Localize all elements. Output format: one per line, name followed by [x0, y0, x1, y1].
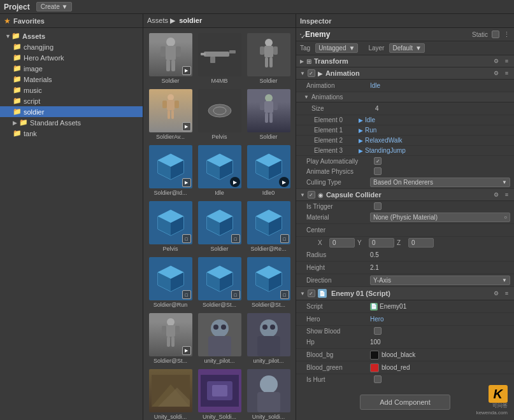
svg-rect-3 [176, 46, 181, 57]
tree-item-materials[interactable]: 📁 Materials [0, 74, 143, 85]
asset-soldierav[interactable]: ▶ SoldierAv... [146, 87, 195, 143]
y-label: Y [357, 239, 366, 246]
tree-item-changjing[interactable]: 📁 changjing [0, 41, 143, 52]
asset-soldier-mesh[interactable]: Soldier [244, 87, 293, 143]
asset-soldierSt3[interactable]: ▶ Soldier@St... [146, 311, 195, 367]
asset-thumb [149, 369, 192, 412]
svg-rect-7 [229, 50, 236, 53]
tree-item-image[interactable]: 📁 image [0, 63, 143, 74]
create-button[interactable]: Create ▼ [36, 2, 73, 11]
more-icon[interactable]: ≡ [503, 191, 510, 199]
layer-dropdown[interactable]: Default ▼ [389, 43, 425, 53]
asset-label: Soldier [259, 78, 277, 84]
add-component-button[interactable]: Add Component [360, 395, 450, 410]
direction-dropdown[interactable]: Y-Axis ▼ [370, 276, 510, 285]
tree-item-script[interactable]: 📁 script [0, 95, 143, 106]
asset-thumb [247, 89, 290, 132]
play-badge: ▶ [230, 177, 240, 187]
is-hurt-checkbox[interactable] [374, 375, 382, 383]
collapse-icon: ▼ [304, 94, 309, 100]
menu-icon[interactable]: ⋮ [503, 31, 510, 39]
svg-rect-78 [257, 336, 280, 356]
asset-soldier3[interactable]: □ Soldier [195, 199, 244, 255]
capsule-enable-checkbox[interactable]: ✓ [308, 191, 315, 199]
svg-rect-27 [273, 102, 278, 110]
asset-unity-pilot1[interactable]: unity_pilot... [195, 311, 244, 367]
show-blood-checkbox[interactable] [374, 327, 382, 335]
tree-item-hero[interactable]: 📁 Hero Artwork [0, 52, 143, 63]
is-trigger-checkbox[interactable] [374, 202, 382, 210]
asset-soldierSt2[interactable]: □ Soldier@St... [244, 255, 293, 311]
object-name: Enemy [305, 30, 468, 39]
asset-label: Soldier [259, 134, 277, 140]
asset-unity-soldi1[interactable]: Unity_soldi... [146, 367, 195, 420]
animate-physics-checkbox[interactable] [374, 167, 382, 175]
svg-rect-4 [166, 60, 170, 71]
tag-dropdown[interactable]: Untagged ▼ [315, 43, 358, 53]
element2-label: Element 2 [314, 137, 359, 144]
settings-icon[interactable]: ⚙ [492, 57, 501, 65]
transform-section-header[interactable]: ▶ ⊞ Transform ⚙ ≡ [296, 55, 514, 67]
asset-pelvis2[interactable]: □ Pelvis [146, 199, 195, 255]
more-icon[interactable]: ≡ [503, 57, 510, 65]
asset-unity-soldi3[interactable]: Unity_soldi... [244, 367, 293, 420]
inspector-body[interactable]: Enemy Static ⋮ Tag Untagged ▼ Layer Defa… [296, 28, 514, 420]
asset-thumb: □ [198, 201, 241, 244]
animations-subsection[interactable]: ▼ Animations [296, 92, 514, 102]
z-input[interactable] [408, 238, 434, 248]
watermark: K 可问答kewenda.com [476, 385, 508, 416]
active-checkbox[interactable] [300, 34, 301, 35]
material-dropdown[interactable]: None (Physic Material) ○ [370, 213, 510, 222]
tree-item-standard[interactable]: ▶ 📁 Standard Assets [0, 117, 143, 128]
folder-icon: 📁 [13, 108, 22, 116]
more-icon[interactable]: ≡ [503, 290, 510, 297]
capsule-section-header[interactable]: ▼ ✓ ◉ Capsule Collider ⚙ ≡ [296, 189, 514, 201]
settings-icon[interactable]: ⚙ [492, 290, 501, 297]
asset-unity-pilot2[interactable]: unity_pilot... [244, 311, 293, 367]
asset-soldierid[interactable]: ▶ Soldier@Id... [146, 143, 195, 199]
asset-idle0[interactable]: ▶ Idle0 [244, 143, 293, 199]
asset-soldierSt1[interactable]: □ Soldier@St... [195, 255, 244, 311]
culling-dropdown[interactable]: Based On Renderers ▼ [370, 178, 510, 187]
asset-label: unity_pilot... [204, 358, 234, 364]
asset-soldierRe[interactable]: □ Soldier@Re... [244, 199, 293, 255]
asset-soldierRun[interactable]: □ Soldier@Run [146, 255, 195, 311]
script-title: Enemy 01 (Script) [331, 290, 489, 297]
asset-soldier2[interactable]: Soldier [244, 31, 293, 87]
asset-m4mb[interactable]: M4MB [195, 31, 244, 87]
tree-item-assets[interactable]: ▼ 📁 Assets [0, 31, 143, 41]
enemy-script-header[interactable]: ▼ ✓ 📄 Enemy 01 (Script) ⚙ ≡ [296, 287, 514, 300]
blood-green-swatch [370, 363, 379, 372]
animation-section-header[interactable]: ▼ ✓ ▶ Animation ⚙ ≡ [296, 67, 514, 80]
settings-icon[interactable]: ⚙ [492, 191, 501, 199]
inspector-title: Inspector [300, 17, 332, 25]
circle-icon: ○ [504, 214, 507, 220]
hp-row: Hp 100 [296, 336, 514, 349]
animation-enable-checkbox[interactable]: ✓ [308, 69, 315, 77]
folder-icon: 📁 [19, 118, 28, 127]
radius-row: Radius 0.5 [296, 249, 514, 262]
direction-label: Direction [306, 277, 370, 284]
asset-tree[interactable]: ▼ 📁 Assets 📁 changjing 📁 Hero Artwork 📁 [0, 28, 143, 420]
asset-unity-soldi2[interactable]: Unity_Soldi... [195, 367, 244, 420]
element1-value: ▶ Run [359, 127, 510, 134]
x-input[interactable] [329, 238, 355, 248]
static-checkbox[interactable] [492, 31, 499, 38]
svg-rect-15 [269, 57, 273, 67]
asset-label: Idle [215, 190, 224, 196]
settings-icon[interactable]: ⚙ [492, 69, 501, 77]
script-label: Script [306, 303, 370, 310]
script-enable-checkbox[interactable]: ✓ [308, 290, 315, 297]
play-auto-checkbox[interactable]: ✓ [374, 157, 382, 165]
tree-item-music[interactable]: 📁 music [0, 85, 143, 95]
asset-pelvis[interactable]: Pelvis [195, 87, 244, 143]
arrow-icon: ▶ [13, 120, 19, 126]
svg-rect-21 [171, 110, 174, 119]
asset-soldier1[interactable]: ▶ Soldier [146, 31, 195, 87]
tree-item-soldier[interactable]: 📁 soldier [0, 106, 143, 117]
asset-idle[interactable]: ▶ Idle [195, 143, 244, 199]
blood-green-label: Blood_green [306, 364, 370, 371]
tree-item-tank[interactable]: 📁 tank [0, 128, 143, 139]
y-input[interactable] [369, 238, 394, 248]
more-icon[interactable]: ≡ [503, 69, 510, 77]
